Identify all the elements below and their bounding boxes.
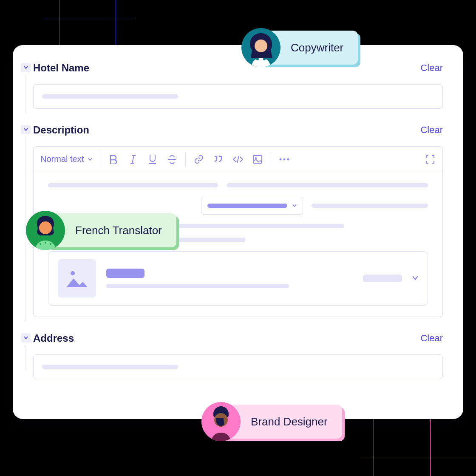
bold-button[interactable]: [108, 154, 119, 165]
link-button[interactable]: [193, 154, 204, 165]
field-address: Address Clear: [33, 332, 443, 379]
svg-point-2: [280, 158, 282, 160]
role-badge-translator: French Translator: [45, 213, 176, 247]
code-button[interactable]: [232, 154, 244, 165]
collapse-toggle[interactable]: [21, 333, 31, 343]
svg-point-3: [283, 158, 286, 160]
hotel-name-input[interactable]: [33, 84, 443, 109]
fullscreen-button[interactable]: [425, 154, 436, 165]
clear-button[interactable]: Clear: [420, 333, 443, 344]
field-label: Address: [33, 332, 74, 344]
clear-button[interactable]: Clear: [420, 62, 443, 74]
avatar-icon: [241, 28, 280, 67]
collapse-toggle[interactable]: [21, 63, 31, 72]
avatar-icon: [201, 402, 241, 441]
quote-button[interactable]: [213, 154, 224, 165]
image-button[interactable]: [252, 154, 263, 165]
svg-point-1: [255, 157, 257, 159]
more-button[interactable]: [279, 154, 290, 165]
field-hotel-name: Hotel Name Clear: [33, 62, 443, 109]
svg-point-6: [255, 40, 267, 52]
role-badge-designer: Brand Designer: [221, 405, 342, 439]
strikethrough-button[interactable]: [167, 154, 178, 165]
format-select[interactable]: Normal text: [40, 154, 100, 164]
clear-button[interactable]: Clear: [420, 125, 443, 136]
address-input[interactable]: [33, 354, 443, 379]
svg-point-5: [71, 271, 75, 275]
media-block[interactable]: [48, 251, 428, 306]
role-label: Copywriter: [280, 41, 358, 54]
role-label: French Translator: [65, 224, 176, 237]
svg-point-8: [263, 58, 266, 60]
chevron-down-icon: [412, 275, 418, 281]
role-badge-copywriter: Copywriter: [261, 31, 358, 65]
underline-button[interactable]: [147, 154, 158, 165]
inline-dropdown[interactable]: [201, 197, 303, 215]
svg-point-9: [39, 221, 52, 234]
svg-point-7: [256, 58, 259, 60]
collapse-toggle[interactable]: [21, 125, 31, 134]
svg-point-4: [287, 158, 289, 160]
avatar-icon: [26, 211, 65, 250]
svg-point-10: [40, 243, 41, 245]
rte-toolbar: Normal text: [34, 147, 442, 172]
italic-button[interactable]: [128, 154, 139, 165]
field-label: Description: [33, 124, 89, 136]
svg-rect-0: [253, 156, 262, 163]
image-placeholder-icon: [58, 259, 96, 298]
field-label: Hotel Name: [33, 62, 89, 74]
role-label: Brand Designer: [241, 415, 342, 428]
svg-point-11: [45, 242, 46, 244]
svg-point-12: [50, 243, 51, 245]
